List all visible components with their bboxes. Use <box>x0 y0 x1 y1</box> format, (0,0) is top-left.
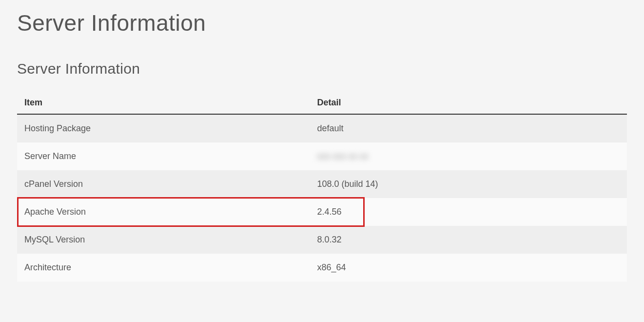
cell-detail: default <box>310 114 627 142</box>
cell-detail: 108.0 (build 14) <box>310 170 627 198</box>
header-item: Item <box>17 92 310 114</box>
page-title: Server Information <box>17 10 627 36</box>
cell-item: Server Name <box>17 142 310 170</box>
cell-detail: 8.0.32 <box>310 226 627 254</box>
server-info-table-wrapper: Item Detail Hosting PackagedefaultServer… <box>17 92 627 282</box>
cell-item: Apache Version <box>17 198 310 226</box>
cell-item: MySQL Version <box>17 226 310 254</box>
cell-detail-value: 8.0.32 <box>317 235 341 244</box>
server-info-table: Item Detail Hosting PackagedefaultServer… <box>17 92 627 282</box>
cell-item: cPanel Version <box>17 170 310 198</box>
table-row: Architecturex86_64 <box>17 254 627 282</box>
cell-detail-value: 2.4.56 <box>317 207 341 217</box>
cell-detail: x86_64 <box>310 254 627 282</box>
table-body: Hosting PackagedefaultServer Namexxx xxx… <box>17 114 627 282</box>
cell-detail-value: xxx xxx xx xx <box>317 151 368 161</box>
table-row: cPanel Version108.0 (build 14) <box>17 170 627 198</box>
table-row: Hosting Packagedefault <box>17 114 627 142</box>
cell-detail-value: x86_64 <box>317 262 346 272</box>
table-row: MySQL Version8.0.32 <box>17 226 627 254</box>
cell-item: Hosting Package <box>17 114 310 142</box>
table-row: Apache Version2.4.56 <box>17 198 627 226</box>
cell-item: Architecture <box>17 254 310 282</box>
cell-detail-value: 108.0 (build 14) <box>317 179 378 189</box>
cell-detail-value: default <box>317 123 343 133</box>
section-title: Server Information <box>17 60 627 77</box>
table-header-row: Item Detail <box>17 92 627 114</box>
cell-detail: 2.4.56 <box>310 198 627 226</box>
table-row: Server Namexxx xxx xx xx <box>17 142 627 170</box>
header-detail: Detail <box>310 92 627 114</box>
cell-detail: xxx xxx xx xx <box>310 142 627 170</box>
